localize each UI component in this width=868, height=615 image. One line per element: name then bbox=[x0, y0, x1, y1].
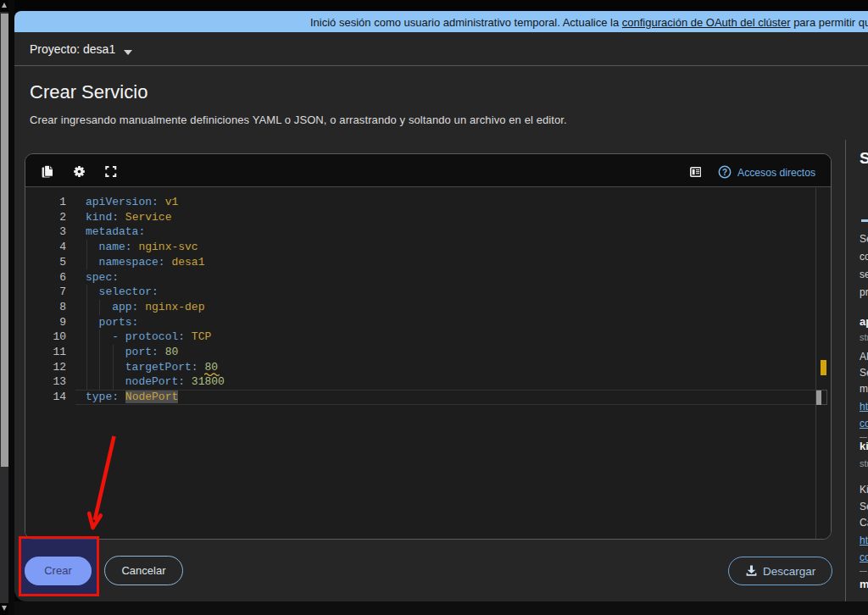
svg-text:?: ? bbox=[722, 168, 727, 177]
